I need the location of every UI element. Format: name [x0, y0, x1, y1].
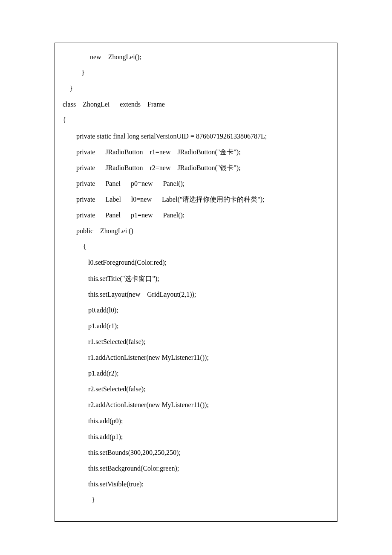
code-line: private JRadioButton r1=new JRadioButton…	[63, 144, 329, 160]
code-line: private Label l0=new Label("请选择你使用的卡的种类"…	[63, 191, 329, 207]
code-line: this.add(p1);	[63, 429, 329, 445]
code-line: this.setLayout(new GridLayout(2,1));	[63, 286, 329, 302]
code-line: }	[63, 65, 329, 81]
code-line: r2.setSelected(false);	[63, 381, 329, 397]
code-line: l0.setForeground(Color.red);	[63, 254, 329, 270]
code-line: class ZhongLei extends Frame	[63, 96, 329, 112]
code-line: p1.add(r1);	[63, 318, 329, 334]
code-line: private JRadioButton r2=new JRadioButton…	[63, 160, 329, 176]
code-line: r2.addActionListener(new MyListener11())…	[63, 397, 329, 413]
code-line: this.add(p0);	[63, 413, 329, 429]
code-line: this.setTitle("选卡窗口");	[63, 271, 329, 286]
code-line: this.setVisible(true);	[63, 476, 329, 492]
code-line: private Panel p1=new Panel();	[63, 207, 329, 223]
document-page: new ZhongLei(); } } class ZhongLei exten…	[0, 0, 392, 547]
code-line: this.setBounds(300,200,250,250);	[63, 445, 329, 460]
code-line: private Panel p0=new Panel();	[63, 176, 329, 191]
code-line: }	[63, 492, 329, 508]
code-line: r1.setSelected(false);	[63, 334, 329, 350]
code-line: public ZhongLei ()	[63, 223, 329, 239]
code-line: p0.add(l0);	[63, 302, 329, 318]
code-line: new ZhongLei();	[63, 49, 329, 65]
code-block: new ZhongLei(); } } class ZhongLei exten…	[55, 43, 337, 522]
code-line: p1.add(r2);	[63, 365, 329, 381]
code-line: {	[63, 239, 329, 254]
code-line: private static final long serialVersionU…	[63, 128, 329, 144]
code-line: r1.addActionListener(new MyListener11())…	[63, 350, 329, 365]
code-line: this.setBackground(Color.green);	[63, 460, 329, 476]
code-line: }	[63, 81, 329, 96]
code-line: {	[63, 112, 329, 128]
